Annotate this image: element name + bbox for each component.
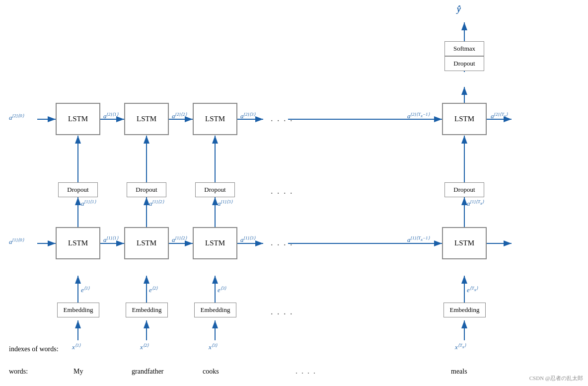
label-e3: e⟨3⟩ <box>218 286 226 294</box>
softmax-box: Softmax <box>444 41 484 56</box>
word-meals: meals <box>451 368 467 376</box>
label-x2: x⟨2⟩ <box>140 343 149 351</box>
watermark: CSDN @忍者の乱太郎 <box>529 375 583 382</box>
indexes-label: indexes of words: <box>9 345 59 353</box>
embedding-1: Embedding <box>57 303 99 317</box>
dots-embedding: . . . . <box>271 307 294 317</box>
label-a12v: a[1]⟨2⟩ <box>149 199 164 208</box>
lstm-l1-2: LSTM <box>124 227 169 259</box>
label-e1: e⟨1⟩ <box>81 286 90 294</box>
words-label: words: <box>9 368 28 376</box>
softmax-label: Softmax <box>453 45 475 53</box>
embedding-last: Embedding <box>443 303 486 317</box>
dots-words: . . . . <box>295 367 316 376</box>
label-a12h: a[1]⟨2⟩ <box>172 235 187 244</box>
label-x3: x⟨3⟩ <box>209 343 218 351</box>
label-a11v: a[1]⟨1⟩ <box>81 199 96 208</box>
label-a23: a[2]⟨3⟩ <box>240 112 256 120</box>
label-a20: a[2]⟨0⟩ <box>9 113 24 122</box>
word-grandfather: grandfather <box>132 368 164 376</box>
word-cooks: cooks <box>203 368 219 376</box>
lstm-l1-3: LSTM <box>193 227 237 259</box>
label-a13v: a[1]⟨3⟩ <box>218 199 233 208</box>
lstm-l1-last: LSTM <box>442 227 487 259</box>
lstm-l2-3: LSTM <box>193 103 237 135</box>
label-a1tx1: a[1]⟨Tx−1⟩ <box>407 235 430 244</box>
label-a11h: a[1]⟨1⟩ <box>103 235 119 244</box>
lstm-l2-1: LSTM <box>56 103 100 135</box>
label-x1: x⟨1⟩ <box>72 343 81 351</box>
dropout-3: Dropout <box>195 182 235 197</box>
dots-l1: . . . . <box>271 237 294 248</box>
label-a13h: a[1]⟨3⟩ <box>240 235 256 244</box>
lstm-l2-2: LSTM <box>124 103 169 135</box>
top-dropout-label: Dropout <box>453 60 475 68</box>
lstm-l2-last: LSTM <box>442 103 487 135</box>
label-e2: e⟨2⟩ <box>149 286 158 294</box>
label-a2tx1: a[2]⟨Tx−1⟩ <box>407 112 430 120</box>
dropout-last: Dropout <box>444 182 484 197</box>
lstm-l1-1: LSTM <box>56 227 100 259</box>
label-a21: a[2]⟨1⟩ <box>103 112 119 120</box>
label-a2tx: a[2]⟨Tx⟩ <box>491 112 508 120</box>
diagram-container: ŷ ŷ Softmax Dropout LSTM LSTM LSTM LSTM … <box>0 0 588 386</box>
dropout-2: Dropout <box>127 182 166 197</box>
dropout-1: Dropout <box>58 182 98 197</box>
label-etx: e⟨Tx⟩ <box>467 286 478 294</box>
label-xtx: x⟨Tx⟩ <box>455 343 466 351</box>
label-a1txv: a[1]⟨Tx⟩ <box>467 199 484 208</box>
embedding-3: Embedding <box>194 303 236 317</box>
label-a22: a[2]⟨2⟩ <box>172 112 187 120</box>
y-hat-symbol: ŷ <box>457 4 461 14</box>
dots-l2: . . . . <box>271 113 294 124</box>
dots-dropout: . . . . <box>271 186 294 196</box>
word-my: My <box>74 368 83 376</box>
top-dropout-box: Dropout <box>444 56 484 71</box>
embedding-2: Embedding <box>126 303 168 317</box>
label-a10: a[1]⟨0⟩ <box>9 237 24 246</box>
